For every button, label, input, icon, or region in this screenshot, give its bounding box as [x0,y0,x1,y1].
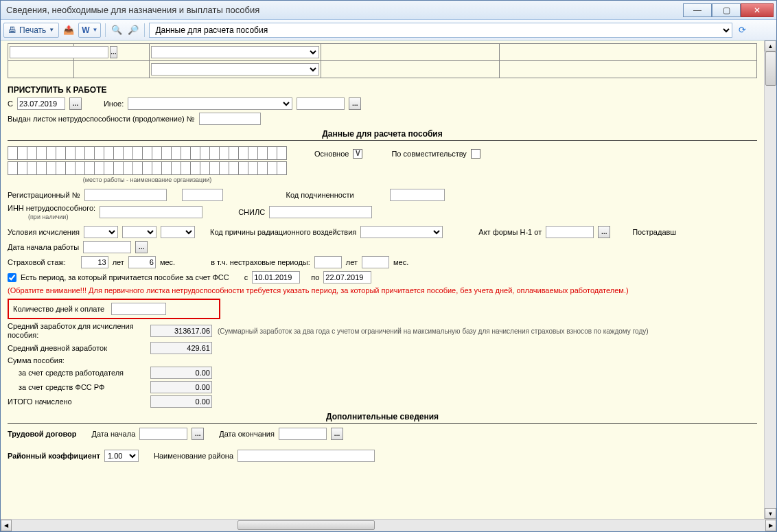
act-date-input[interactable] [546,226,594,238]
scroll-up-button[interactable]: ▲ [765,41,776,51]
region-name-label: Наименование района [154,452,233,460]
region-coef-select[interactable]: 1.00 [104,450,139,462]
window-title: Сведения, необходимые для назначения и в… [3,5,683,15]
workplace-grid-block: (место работы - наименование организации… [8,145,287,183]
nonins-years-unit: лет [346,258,358,266]
refresh-icon[interactable]: ⟳ [735,23,749,38]
cond-select-2[interactable] [122,226,156,238]
export-icon[interactable]: 📤 [62,23,76,38]
avg-daily-value [150,342,212,354]
ins-years-input[interactable] [81,256,108,268]
other-select[interactable] [128,97,292,110]
secondary-label: По совместительству [391,150,466,158]
contract-end-input[interactable] [279,428,327,440]
from-label: С [8,100,13,108]
rad-code-select[interactable] [360,226,443,238]
app-window: Сведения, необходимые для назначения и в… [0,0,777,532]
zoom-out-icon[interactable]: 🔎 [126,23,140,38]
inn-label: ИНН нетрудоспособного: [8,204,95,212]
region-name-input[interactable] [237,450,375,462]
section-select[interactable]: Данные для расчета пособия [149,23,732,38]
minimize-button[interactable]: — [683,3,712,17]
ellipsis-button[interactable]: … [135,241,148,253]
scroll-thumb-h[interactable] [237,520,375,530]
grid-select-1[interactable] [151,46,319,58]
secondary-checkbox[interactable] [471,149,480,159]
other-label: Иное: [104,100,124,108]
titlebar: Сведения, необходимые для назначения и в… [1,1,776,20]
reg-no-input2[interactable] [182,189,223,201]
close-button[interactable]: ✕ [741,3,774,17]
fss-sum-label: за счет средств ФСС РФ [8,383,145,391]
avg-earn-label: Средний заработок для исчисления пособия… [8,322,145,340]
nonins-months-input[interactable] [362,256,389,268]
continuation-number-input[interactable] [199,113,261,125]
act-label: Акт формы Н-1 от [478,228,542,236]
total-label: ИТОГО начислено [8,397,145,406]
reg-no-label: Регистрационный № [8,191,80,199]
region-coef-label: Районный коэффициент [8,452,100,460]
ins-months-unit: мес. [160,258,175,266]
zoom-in-icon[interactable]: 🔍 [110,23,124,38]
employer-sum-value [150,367,212,379]
reg-no-input[interactable] [84,189,167,201]
ellipsis-button[interactable]: … [331,428,343,440]
contract-start-input[interactable] [139,428,187,440]
primary-label: Основное [314,150,349,158]
print-label: Печать [19,25,46,35]
rad-code-label: Код причины радиационного воздействия [210,228,356,236]
sub-code-input[interactable] [390,189,445,201]
inn-caption: (при наличии) [8,213,68,220]
warning-text: (Обратите внимание!!! Для первичного лис… [8,286,757,294]
nonins-label: в т.ч. нестраховые периоды: [211,258,310,266]
separator [105,23,106,37]
avg-earn-hint: (Суммарный заработок за два года с учето… [218,327,649,335]
ellipsis-button[interactable]: … [598,226,610,238]
return-to-work-heading: ПРИСТУПИТЬ К РАБОТЕ [8,85,757,95]
content: … ПРИСТУПИТЬ К РАБОТЕ С … [1,41,764,519]
top-grid: … [8,43,757,78]
fss-to-label: по [311,273,319,281]
fss-period-checkbox[interactable] [8,273,16,282]
scroll-thumb[interactable] [765,51,776,86]
start-date-label: Дата начала работы [8,243,79,251]
content-wrap: … ПРИСТУПИТЬ К РАБОТЕ С … [1,41,776,519]
fss-to-input[interactable] [323,271,371,284]
avg-daily-label: Средний дневной заработок [8,344,145,352]
snils-label: СНИЛС [238,208,265,216]
fss-from-label: с [244,273,248,281]
contract-label: Трудовой договор [8,430,77,438]
fss-from-input[interactable] [252,271,300,284]
total-sum-value [150,395,212,408]
snils-input[interactable] [269,206,372,218]
workplace-row2[interactable] [8,161,287,175]
start-date-input[interactable] [83,241,131,253]
sub-code-label: Код подчиненности [286,191,354,199]
word-button[interactable]: W▼ [78,23,101,38]
ins-period-label: Страховой стаж: [8,258,66,266]
ellipsis-button[interactable]: … [349,97,361,110]
maximize-button[interactable]: ▢ [712,3,741,17]
horizontal-scrollbar[interactable]: ◀ ▶ [1,519,776,531]
nonins-years-input[interactable] [314,256,342,268]
scroll-down-button[interactable]: ▼ [765,508,776,519]
ellipsis-button[interactable]: … [192,428,204,440]
inn-input[interactable] [100,206,202,218]
print-button[interactable]: 🖶 Печать ▼ [3,23,59,38]
employer-label: за счет средств работодателя [8,369,145,377]
scroll-right-button[interactable]: ▶ [765,520,776,531]
workplace-row1[interactable] [8,146,287,160]
ins-months-input[interactable] [128,256,156,268]
grid-select-2[interactable] [151,63,319,76]
calc-heading: Данные для расчета пособия [8,129,757,141]
vertical-scrollbar[interactable]: ▲ ▼ [764,41,776,519]
ellipsis-button[interactable]: … [69,97,82,110]
scroll-left-button[interactable]: ◀ [1,520,12,531]
from-date-input[interactable] [17,97,65,110]
cond-select-1[interactable] [84,226,118,238]
window-buttons: — ▢ ✕ [683,3,774,17]
cond-select-3[interactable] [161,226,195,238]
primary-checkbox[interactable] [353,149,362,159]
days-input[interactable] [111,303,166,315]
other-date-input[interactable] [297,97,345,110]
